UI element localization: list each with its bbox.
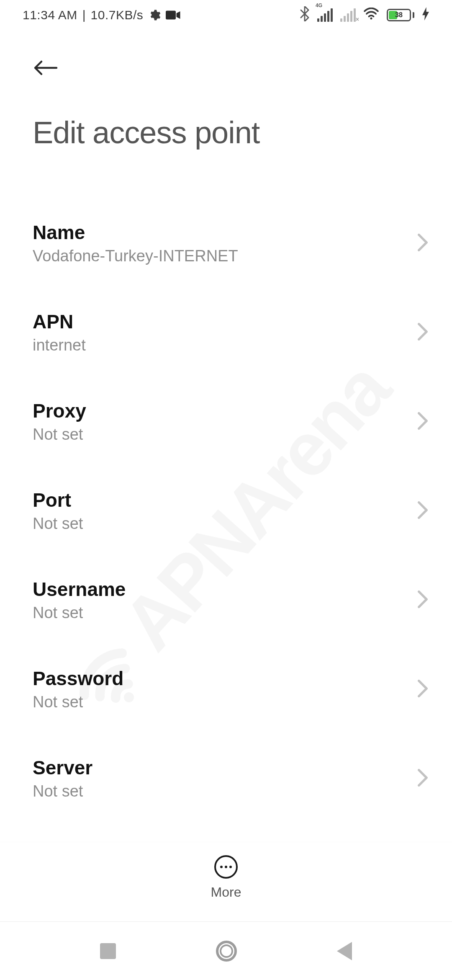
setting-row-server[interactable]: ServerNot set [0, 740, 452, 816]
svg-rect-1 [166, 11, 176, 20]
settings-list: NameVodafone-Turkey-INTERNETAPNinternetP… [0, 180, 452, 842]
chevron-right-icon [417, 590, 429, 610]
nav-home-button[interactable] [216, 941, 237, 962]
setting-row-username[interactable]: UsernameNot set [0, 562, 452, 638]
status-bar: 11:34 AM | 10.7KB/s 4G × 38 [0, 0, 452, 30]
setting-label: Port [33, 489, 83, 511]
setting-value: Not set [33, 693, 123, 711]
setting-row-apn[interactable]: APNinternet [0, 294, 452, 370]
chevron-right-icon [417, 233, 429, 253]
bluetooth-icon [300, 6, 310, 24]
setting-label: Password [33, 667, 123, 690]
setting-row-proxy[interactable]: ProxyNot set [0, 384, 452, 459]
setting-row-port[interactable]: PortNot set [0, 473, 452, 549]
setting-value: Vodafone-Turkey-INTERNET [33, 247, 238, 265]
chevron-right-icon [417, 679, 429, 699]
arrow-left-icon [33, 59, 58, 77]
status-net-speed: 10.7KB/s [91, 8, 144, 22]
setting-value: Not set [33, 426, 86, 444]
setting-row-name[interactable]: NameVodafone-Turkey-INTERNET [0, 205, 452, 281]
setting-value: Not set [33, 782, 92, 800]
page-title: Edit access point [33, 115, 419, 150]
system-nav-bar [0, 921, 452, 980]
setting-value: internet [33, 336, 86, 354]
setting-label: Username [33, 578, 126, 601]
chevron-right-icon [417, 501, 429, 521]
nav-recent-button[interactable] [100, 943, 116, 959]
setting-row-password[interactable]: PasswordNot set [0, 651, 452, 727]
back-button[interactable] [33, 55, 58, 80]
setting-label: Name [33, 221, 238, 244]
wifi-icon [363, 8, 379, 23]
charging-icon [422, 7, 429, 23]
setting-label: Server [33, 756, 92, 779]
header: Edit access point [0, 30, 452, 167]
setting-value: Not set [33, 515, 83, 533]
chevron-right-icon [417, 412, 429, 432]
setting-label: APN [33, 310, 86, 333]
svg-point-2 [370, 17, 372, 19]
setting-value: Not set [33, 604, 126, 622]
setting-row-mmsc[interactable]: MMSCNot set [0, 830, 452, 842]
setting-label: Proxy [33, 400, 86, 422]
gear-icon [148, 9, 161, 21]
bottom-dock: More [0, 842, 452, 913]
more-button[interactable]: More [211, 855, 241, 900]
chevron-right-icon [417, 322, 429, 343]
battery-icon: 38 [387, 9, 414, 21]
video-icon [166, 10, 181, 21]
signal-sim2-icon: × [340, 8, 356, 22]
nav-back-button[interactable] [337, 942, 352, 960]
signal-sim1-icon: 4G [317, 8, 333, 22]
more-icon [214, 855, 238, 879]
chevron-right-icon [417, 769, 429, 789]
status-time: 11:34 AM [23, 8, 77, 22]
more-label: More [211, 885, 241, 900]
